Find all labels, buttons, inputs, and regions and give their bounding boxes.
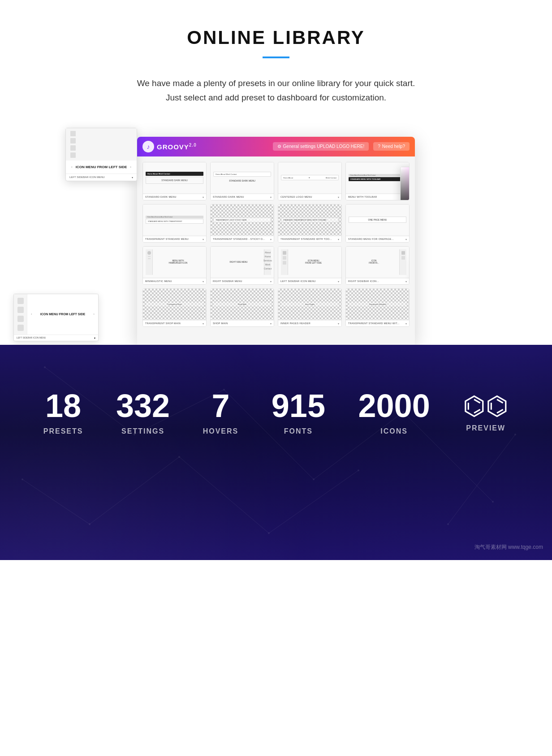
dropdown-caret[interactable]: ▾ [338, 280, 339, 283]
sidebar-icon [70, 131, 76, 136]
preset-preview: Home About ● Work Contact [278, 162, 341, 194]
sidebar-icon [70, 145, 76, 151]
preset-label-row: CENTERED LOGO MENU ▾ [278, 194, 341, 200]
icon-menu-sidebar-icons [14, 294, 27, 335]
preset-name: TRANSPARENT STANDARD WITH TOO... [280, 238, 332, 240]
dropdown-caret[interactable]: ▾ [338, 238, 339, 241]
preset-label-row: TRANSPARENT STANDARD MENU WIT... ▾ [346, 320, 409, 326]
sidebar-dropdown-icon[interactable]: ▾ [132, 176, 133, 179]
preset-item[interactable]: ONE PAGE MENU STANDARD MENU FOR ONEPAGE.… [345, 204, 410, 243]
sidebar-popup-content: ‹ ICON MENU FROM LEFT SIDE › [66, 161, 137, 174]
stat-number-settings: 332 [116, 390, 170, 422]
preset-label-row: TRANSPARENT SHOP MAIN ▾ [143, 320, 206, 326]
preset-item[interactable]: RIGHT SIDE MENU About Home Services Work… [210, 246, 274, 285]
preset-item[interactable]: Inner Pages INNER PAGES HEADER ▾ [278, 288, 342, 327]
preset-preview: ICON FROM RI... [346, 247, 409, 278]
preset-label-row: INNER PAGES HEADER ▾ [278, 320, 341, 326]
preset-name: INNER PAGES HEADER [280, 322, 310, 325]
stat-presets: 18 PRESETS [43, 390, 83, 435]
icon-menu-next[interactable]: › [93, 312, 95, 316]
dropdown-caret[interactable]: ▾ [270, 280, 272, 283]
preset-item[interactable]: ICON FROM RI... [345, 246, 410, 285]
help-icon: ? [378, 144, 380, 149]
preset-item[interactable]: Home About Services About Work Contact S… [142, 204, 207, 243]
next-arrow[interactable]: › [129, 165, 132, 169]
svg-line-6 [179, 457, 269, 533]
icon-menu-prev[interactable]: ‹ [31, 312, 32, 316]
icon-menu-footer: LEFT SIDEBAR ICON MENU ▾ [14, 335, 98, 341]
preset-preview: ONE PAGE MENU [346, 204, 409, 236]
svg-point-19 [358, 469, 359, 471]
dropdown-caret[interactable]: ▾ [338, 196, 339, 199]
sidebar-icons [70, 131, 76, 158]
dropdown-caret[interactable]: ▾ [338, 322, 339, 325]
stat-label-icons: ICONS [358, 427, 430, 435]
sidebar-popup-header [66, 128, 137, 161]
stat-label-presets: PRESETS [43, 427, 83, 435]
dropdown-caret[interactable]: ▾ [270, 196, 272, 199]
preset-name: STANDARD DARK MENU [145, 196, 177, 198]
icon-menu-title: icon MENU From Left Side [40, 313, 85, 316]
subtitle-line1: We have made a plenty of presets in our … [137, 78, 415, 88]
preset-label-row: RIGHT SIDEBAR ICON... ▾ [346, 278, 409, 284]
preset-item[interactable]: Home About Work Contact STANDARD DARK ME… [142, 162, 207, 200]
stat-settings: 332 SETTINGS [116, 390, 170, 435]
prev-arrow[interactable]: ‹ [70, 165, 73, 169]
stats-row: 18 PRESETS 332 SETTINGS 7 HOVERS 915 FON… [27, 372, 525, 435]
preset-item[interactable]: MENU WITH HAMBURGER ICON MINIMALISTIC ME… [142, 246, 207, 285]
settings-button[interactable]: ⚙ General settings UPLOAD LOGO HERE! [273, 142, 369, 151]
preset-name: SHOP MAIN [213, 322, 228, 325]
dropdown-caret[interactable]: ▾ [270, 238, 272, 241]
help-button[interactable]: ? Need help? [373, 142, 410, 151]
preset-item[interactable]: Home About Work Contact STANDARD DARK ME… [210, 162, 274, 200]
preset-item[interactable]: Transparent Shop TRANSPARENT SHOP MAIN ▾ [142, 288, 207, 327]
svg-point-18 [268, 532, 270, 534]
stat-hovers: 7 HOVERS [203, 390, 239, 435]
preset-item[interactable]: Home About ● Work Contact CENTERED LOGO … [278, 162, 342, 200]
preset-item[interactable]: Home About Services About Work Contact S… [345, 162, 410, 200]
svg-line-8 [22, 479, 90, 524]
preset-name: TRANSPARENT STANDARD MENU [145, 238, 189, 240]
preset-label-row: RIGHT SIDEBAR MENU ▾ [211, 278, 274, 284]
svg-point-21 [447, 523, 449, 525]
dropdown-caret[interactable]: ▾ [203, 196, 204, 199]
sidebar-icon-3 [17, 316, 24, 322]
top-section: ONLINE LIBRARY We have made a plenty of … [0, 0, 552, 123]
stat-number-hovers: 7 [203, 390, 239, 422]
dropdown-caret[interactable]: ▾ [405, 238, 407, 241]
preset-item[interactable]: Transparent Standard TRANSPARENT STANDAR… [345, 288, 410, 327]
preset-preview: Shop Main [211, 289, 274, 320]
dropdown-caret[interactable]: ▾ [270, 322, 272, 325]
preset-preview: Transparent Standard [346, 289, 409, 320]
icon-menu-footer-caret[interactable]: ▾ [94, 336, 95, 339]
subtitle: We have made a plenty of presets in our … [101, 76, 451, 105]
dropdown-caret[interactable]: ▾ [203, 322, 204, 325]
preset-item[interactable]: Shop Main SHOP MAIN ▾ [210, 288, 274, 327]
preset-label-row: TRANSPARENT STANDARD WITH TOO... ▾ [278, 236, 341, 242]
svg-point-20 [22, 478, 23, 480]
stat-label-fonts: FONTS [272, 427, 325, 435]
preset-item[interactable]: STANDARD TRANSPARENT MENU WITH TOOLBAR T… [278, 204, 342, 243]
preset-label-row: TRANSPARENT STANDARD - STICKY D... ▾ [211, 236, 274, 242]
preview-icon: ⌬⌬ [463, 391, 509, 420]
preset-preview: Home About Services About Work Contact S… [346, 162, 409, 194]
stat-label-hovers: HOVERS [203, 427, 239, 435]
preset-item[interactable]: TRANSPARENT LIGHT STICKY DARK TRANSPAREN… [210, 204, 274, 243]
sidebar-icon-2 [17, 307, 24, 313]
browser-actions: ⚙ General settings UPLOAD LOGO HERE! ? N… [273, 142, 410, 151]
preset-label-row: STANDARD DARK MENU ▾ [211, 194, 274, 200]
logo-icon: ♪ [142, 141, 154, 152]
dropdown-caret[interactable]: ▾ [405, 280, 407, 283]
sidebar-icon-4 [17, 325, 24, 331]
logo-version: 2.0 [189, 143, 197, 148]
preset-label-row: STANDARD DARK MENU ▾ [143, 194, 206, 200]
dropdown-caret[interactable]: ▾ [203, 238, 204, 241]
preset-item[interactable]: ICON MENU FROM LEFT SIDE LEFT SIDEBAR IC… [278, 246, 342, 285]
preset-name: MINIMALISTIC MENU [145, 280, 172, 282]
preset-label-row: SHOP MAIN ▾ [211, 320, 274, 326]
sidebar-icon-1 [17, 298, 24, 304]
dropdown-caret[interactable]: ▾ [405, 322, 407, 325]
preset-label-row: TRANSPARENT STANDARD MENU ▾ [143, 236, 206, 242]
dropdown-caret[interactable]: ▾ [203, 280, 204, 283]
preset-preview: MENU WITH HAMBURGER ICON [143, 247, 206, 278]
